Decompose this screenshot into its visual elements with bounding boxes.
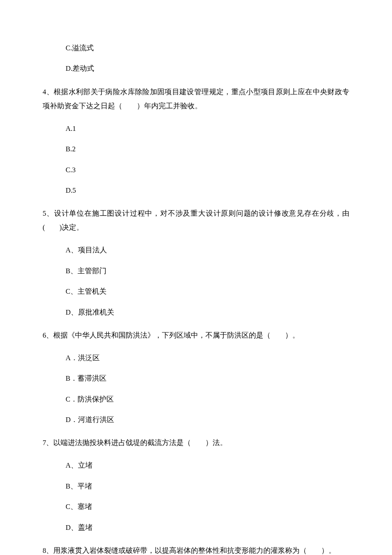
- q4-text: 4、根据水利部关于病险水库除险加固项目建设管理规定，重点小型项目原则上应在中央财…: [43, 85, 349, 113]
- q6-option-c: C．防洪保护区: [43, 394, 349, 405]
- q6-text: 6、根据《中华人民共和国防洪法》，下列区域中，不属于防洪区的是（ ）。: [43, 328, 349, 342]
- q4-option-c: C.3: [43, 165, 349, 176]
- q4-option-b: B.2: [43, 144, 349, 155]
- q6-option-b: B．蓄滞洪区: [43, 373, 349, 384]
- q7-option-b: B、平堵: [43, 481, 349, 492]
- q4-option-a: A.1: [43, 123, 349, 134]
- q4-option-d: D.5: [43, 185, 349, 196]
- q7-option-c: C、塞堵: [43, 501, 349, 512]
- q7-option-d: D、盖堵: [43, 522, 349, 533]
- q5-text: 5、设计单位在施工图设计过程中，对不涉及重大设计原则问题的设计修改意见存在分歧，…: [43, 206, 349, 234]
- q8-text: 8、用浆液贯入岩体裂缝或破碎带，以提高岩体的整体性和抗变形能力的灌浆称为（ ）。: [43, 543, 349, 555]
- q5-option-d: D、原批准机关: [43, 307, 349, 318]
- q7-option-a: A、立堵: [43, 460, 349, 471]
- q5-option-a: A、项目法人: [43, 245, 349, 256]
- q3-option-d: D.差动式: [43, 63, 349, 74]
- q5-option-b: B、主管部门: [43, 266, 349, 277]
- q5-option-c: C、主管机关: [43, 286, 349, 297]
- q6-option-d: D．河道行洪区: [43, 414, 349, 425]
- page-container: C.溢流式 D.差动式 4、根据水利部关于病险水库除险加固项目建设管理规定，重点…: [0, 0, 392, 555]
- q6-option-a: A．洪泛区: [43, 353, 349, 364]
- q7-text: 7、以端进法抛投块料进占戗堤的截流方法是（ ）法。: [43, 436, 349, 450]
- q3-option-c: C.溢流式: [43, 43, 349, 54]
